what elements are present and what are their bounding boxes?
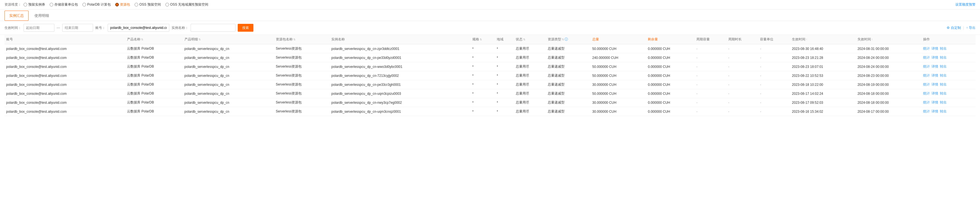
action-link-统计[interactable]: 统计 [923,46,930,51]
cell-spec: * [471,89,495,98]
cell-status: 总量用尽 [514,53,546,62]
sort-icon-spec[interactable]: ⇅ [480,38,482,41]
cell-capacity-unit: - [758,44,790,53]
radio-oss-reserved[interactable]: OSS 预留空间 [135,2,161,7]
cell-spec: * [471,80,495,89]
action-link-转出[interactable]: 转出 [940,56,947,59]
cell-status: 总量用尽 [514,98,546,107]
action-link-统计[interactable]: 统计 [923,100,930,104]
cell-actions: 统计详情转出 [921,44,975,53]
cell-remaining: 0.000000 CUH [646,80,695,89]
customize-link[interactable]: ⚙ 自定制 [947,25,961,30]
cell-status: 总量用尽 [514,107,546,116]
sort-icon-effective-time[interactable]: ↑ [806,38,807,41]
action-link-详情[interactable]: 详情 [932,110,938,113]
cell-account: polardb_box_console@test.aliyunid.com [5,107,125,116]
cell-account: polardb_box_console@test.aliyunid.com [5,71,125,80]
radio-polardb-compute[interactable]: PolarDB 计算包 [83,2,111,7]
radio-storage-unit[interactable]: 存储容量单位包 [49,2,78,7]
cell-total: 50.000000 CUH [591,89,646,98]
cell-spec: * [471,62,495,71]
action-link-详情[interactable]: 详情 [932,73,938,78]
table-row: polardb_box_console@test.aliyunid.com云数据… [5,71,975,80]
sort-icon-expire-time[interactable]: ↑ [872,38,873,41]
cell-package-name: Serverless资源包 [274,89,330,98]
action-link-转出[interactable]: 转出 [940,65,947,68]
cell-period-hours: - [727,62,759,71]
cell-product-code: polardb_serverlesspcu_dp_cn [183,107,274,116]
cell-account: polardb_box_console@test.aliyunid.com [5,89,125,98]
action-link-统计[interactable]: 统计 [923,83,930,86]
cell-expire-time: 2024-08-23 00:00:00 [856,71,921,80]
cell-capacity-unit: - [758,53,790,62]
action-link-详情[interactable]: 详情 [932,65,938,68]
action-link-详情[interactable]: 详情 [932,91,938,95]
sort-icon-product-code[interactable]: ⇅ [199,38,201,41]
cell-period-hours: - [727,89,759,98]
action-link-转出[interactable]: 转出 [940,46,947,51]
sort-icon-package-name[interactable]: ⇅ [293,38,296,41]
cell-package-name: Serverless资源包 [274,53,330,62]
cell-package-name: Serverless资源包 [274,80,330,89]
cell-product-code: polardb_serverlesspcu_dp_cn [183,80,274,89]
cell-spec: * [471,44,495,53]
action-link-转出[interactable]: 转出 [940,110,947,113]
action-link-统计[interactable]: 统计 [923,73,930,78]
action-link-转出[interactable]: 转出 [940,91,947,95]
col-effective-time: 生效时间↑ [790,35,856,44]
action-link-转出[interactable]: 转出 [940,83,947,86]
col-remaining: 剩余量 [646,35,695,44]
action-link-详情[interactable]: 详情 [932,46,938,51]
action-link-统计[interactable]: 统计 [923,65,930,68]
col-resource-type: 资源类型⇅ⓘ [546,35,591,44]
action-link-转出[interactable]: 转出 [940,73,947,78]
cell-capacity-unit: - [758,71,790,80]
radio-reserved-instance[interactable]: 预留实例券 [24,2,45,7]
cell-total: 50.000000 CUH [591,71,646,80]
end-date-input[interactable] [62,24,93,32]
cell-status: 总量用尽 [514,71,546,80]
tab-instance-summary[interactable]: 实例汇总 [5,11,29,21]
cell-resource-type: 总量递减型 [546,89,591,98]
action-link-转出[interactable]: 转出 [940,100,947,104]
account-label: 账号： [95,25,105,30]
setting-alert-link[interactable]: 设置额度预警 [955,2,975,7]
cell-total: 30.000000 CUH [591,80,646,89]
col-spec: 规格⇅ [471,35,495,44]
cell-status: 总量用尽 [514,44,546,53]
cell-spec: * [471,71,495,80]
action-link-详情[interactable]: 详情 [932,56,938,59]
action-link-详情[interactable]: 详情 [932,100,938,104]
tabs-bar: 实例汇总 使用明细 [0,11,980,21]
cell-actions: 统计详情转出 [921,53,975,62]
export-link[interactable]: ↑ 导出 [966,25,975,30]
sort-icon-product-name[interactable]: ⇅ [141,38,143,41]
search-button[interactable]: 搜索 [238,24,253,32]
instance-name-input[interactable] [191,24,235,32]
start-date-input[interactable] [24,24,54,32]
radio-group: 预留实例券 存储容量单位包 PolarDB 计算包 资源包 OSS 预留空间 O… [24,2,955,7]
col-period-capacity: 周期容量 [695,35,727,44]
account-input[interactable] [108,24,169,32]
cell-actions: 统计详情转出 [921,71,975,80]
filter-bar: 生效时间： — 账号： 实例名称： 搜索 ⚙ 自定制 | ↑ 导出 [0,21,980,35]
action-link-统计[interactable]: 统计 [923,56,930,59]
action-link-详情[interactable]: 详情 [932,83,938,86]
tab-usage-detail[interactable]: 使用明细 [30,11,54,21]
cell-capacity-unit: - [758,89,790,98]
cell-region: * [495,98,514,107]
cell-period-capacity: - [695,80,727,89]
radio-oss-global[interactable]: OSS 无地域属性预留空间 [165,2,208,7]
cell-expire-time: 2024-08-31 00:00:00 [856,44,921,53]
action-link-统计[interactable]: 统计 [923,91,930,95]
sort-icon-status[interactable]: ⇅ [523,38,525,41]
info-icon[interactable]: ⓘ [565,37,568,41]
radio-resource-package[interactable]: 资源包 [115,2,130,7]
col-product-name: 产品名称⇅ [125,35,183,44]
cell-actions: 统计详情转出 [921,80,975,89]
cell-expire-time: 2024-08-18 00:00:00 [856,89,921,98]
action-link-统计[interactable]: 统计 [923,110,930,113]
main-table-wrap: 账号 产品名称⇅ 产品明细⇅ 资源包名称⇅ 实例名称 规格⇅ 地域 状态⇅ 资源… [0,35,980,116]
sort-icon-resource-type[interactable]: ⇅ [562,38,564,41]
cell-effective-time: 2023-08-17 14:02:24 [790,89,856,98]
